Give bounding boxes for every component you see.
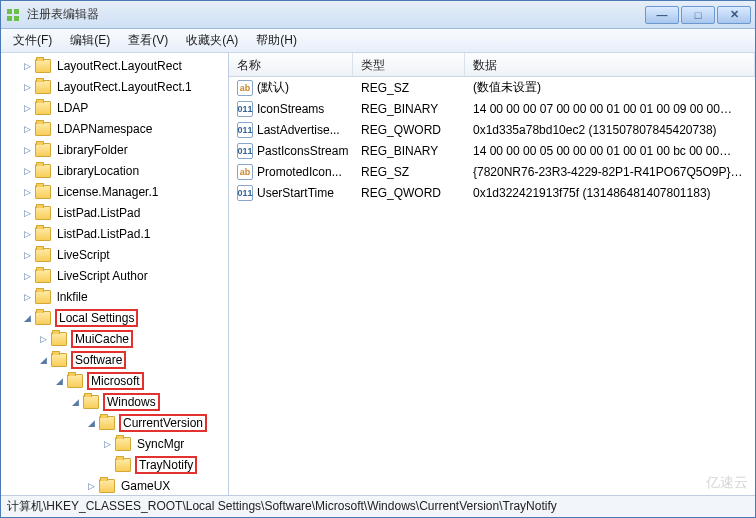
tree-row[interactable]: ▷LDAPNamespace — [1, 118, 228, 139]
status-path: 计算机\HKEY_CLASSES_ROOT\Local Settings\Sof… — [7, 498, 557, 515]
value-type: REG_SZ — [353, 81, 465, 95]
col-type-header[interactable]: 类型 — [353, 53, 465, 76]
expand-icon[interactable]: ▷ — [21, 81, 33, 93]
expand-icon[interactable]: ▷ — [21, 207, 33, 219]
close-button[interactable]: ✕ — [717, 6, 751, 24]
col-name-header[interactable]: 名称 — [229, 53, 353, 76]
title-bar[interactable]: 注册表编辑器 — □ ✕ — [1, 1, 755, 29]
tree-row[interactable]: ◢CurrentVersion — [1, 412, 228, 433]
folder-icon — [99, 479, 115, 493]
tree-label: LibraryFolder — [55, 143, 130, 157]
registry-editor-window: 注册表编辑器 — □ ✕ 文件(F)编辑(E)查看(V)收藏夹(A)帮助(H) … — [0, 0, 756, 518]
expand-icon[interactable] — [101, 459, 113, 471]
folder-icon — [35, 206, 51, 220]
tree-row[interactable]: ◢Software — [1, 349, 228, 370]
expand-icon[interactable]: ▷ — [21, 270, 33, 282]
menu-item[interactable]: 收藏夹(A) — [178, 30, 246, 51]
expand-icon[interactable]: ▷ — [37, 333, 49, 345]
tree-row[interactable]: ◢Microsoft — [1, 370, 228, 391]
binary-value-icon: 011 — [237, 101, 253, 117]
grid-row[interactable]: 011PastIconsStreamREG_BINARY14 00 00 00 … — [229, 140, 755, 161]
expand-icon[interactable]: ◢ — [85, 417, 97, 429]
folder-icon — [35, 269, 51, 283]
expand-icon[interactable]: ▷ — [101, 438, 113, 450]
expand-icon[interactable]: ▷ — [21, 144, 33, 156]
grid-row[interactable]: 011UserStartTimeREG_QWORD0x1d322421913f7… — [229, 182, 755, 203]
grid-row[interactable]: 011IconStreamsREG_BINARY14 00 00 00 07 0… — [229, 98, 755, 119]
tree-row[interactable]: ▷LayoutRect.LayoutRect — [1, 55, 228, 76]
tree-row[interactable]: ▷GameUX — [1, 475, 228, 495]
value-type: REG_BINARY — [353, 144, 465, 158]
tree-row[interactable]: ▷LibraryFolder — [1, 139, 228, 160]
value-name: (默认) — [257, 79, 289, 96]
expand-icon[interactable]: ▷ — [21, 60, 33, 72]
expand-icon[interactable]: ▷ — [21, 186, 33, 198]
expand-icon[interactable]: ▷ — [85, 480, 97, 492]
expand-icon[interactable]: ▷ — [21, 249, 33, 261]
col-data-header[interactable]: 数据 — [465, 53, 755, 76]
tree-row[interactable]: ▷License.Manager.1 — [1, 181, 228, 202]
expand-icon[interactable]: ◢ — [53, 375, 65, 387]
folder-icon — [67, 374, 83, 388]
svg-rect-1 — [14, 9, 19, 14]
binary-value-icon: 011 — [237, 143, 253, 159]
expand-icon[interactable]: ◢ — [21, 312, 33, 324]
expand-icon[interactable]: ▷ — [21, 102, 33, 114]
menu-item[interactable]: 查看(V) — [120, 30, 176, 51]
tree-label: LDAP — [55, 101, 90, 115]
menu-item[interactable]: 编辑(E) — [62, 30, 118, 51]
values-pane: 名称 类型 数据 ab(默认)REG_SZ(数值未设置)011IconStrea… — [229, 53, 755, 495]
expand-icon[interactable]: ▷ — [21, 291, 33, 303]
value-type: REG_SZ — [353, 165, 465, 179]
tree-row[interactable]: TrayNotify — [1, 454, 228, 475]
maximize-button[interactable]: □ — [681, 6, 715, 24]
expand-icon[interactable]: ▷ — [21, 228, 33, 240]
tree-row[interactable]: ◢Local Settings — [1, 307, 228, 328]
tree-row[interactable]: ◢Windows — [1, 391, 228, 412]
grid-row[interactable]: 011LastAdvertise...REG_QWORD0x1d335a78bd… — [229, 119, 755, 140]
main-body: ▷LayoutRect.LayoutRect▷LayoutRect.Layout… — [1, 53, 755, 495]
tree-row[interactable]: ▷LDAP — [1, 97, 228, 118]
menu-item[interactable]: 帮助(H) — [248, 30, 305, 51]
grid-header: 名称 类型 数据 — [229, 53, 755, 77]
folder-icon — [35, 248, 51, 262]
status-bar: 计算机\HKEY_CLASSES_ROOT\Local Settings\Sof… — [1, 495, 755, 517]
tree-row[interactable]: ▷LibraryLocation — [1, 160, 228, 181]
value-name: UserStartTime — [257, 186, 334, 200]
expand-icon[interactable]: ▷ — [21, 165, 33, 177]
tree-row[interactable]: ▷LayoutRect.LayoutRect.1 — [1, 76, 228, 97]
tree-label: CurrentVersion — [119, 414, 207, 432]
expand-icon[interactable]: ◢ — [37, 354, 49, 366]
tree-label: ListPad.ListPad.1 — [55, 227, 152, 241]
tree-pane[interactable]: ▷LayoutRect.LayoutRect▷LayoutRect.Layout… — [1, 53, 229, 495]
value-data: {7820NR76-23R3-4229-82P1-R41PO67Q5O9P}… — [465, 165, 755, 179]
app-icon — [5, 7, 21, 23]
tree-row[interactable]: ▷SyncMgr — [1, 433, 228, 454]
folder-icon — [35, 311, 51, 325]
string-value-icon: ab — [237, 164, 253, 180]
expand-icon[interactable]: ▷ — [21, 123, 33, 135]
value-data: 0x1d335a78bd10ec2 (131507807845420738) — [465, 123, 755, 137]
tree-row[interactable]: ▷MuiCache — [1, 328, 228, 349]
value-data: (数值未设置) — [465, 79, 755, 96]
tree-row[interactable]: ▷LiveScript Author — [1, 265, 228, 286]
string-value-icon: ab — [237, 80, 253, 96]
svg-rect-2 — [7, 16, 12, 21]
grid-row[interactable]: ab(默认)REG_SZ(数值未设置) — [229, 77, 755, 98]
folder-icon — [83, 395, 99, 409]
tree-row[interactable]: ▷LiveScript — [1, 244, 228, 265]
grid-row[interactable]: abPromotedIcon...REG_SZ{7820NR76-23R3-42… — [229, 161, 755, 182]
tree-label: LDAPNamespace — [55, 122, 154, 136]
tree-label: GameUX — [119, 479, 172, 493]
value-type: REG_BINARY — [353, 102, 465, 116]
expand-icon[interactable]: ◢ — [69, 396, 81, 408]
tree-row[interactable]: ▷lnkfile — [1, 286, 228, 307]
tree-row[interactable]: ▷ListPad.ListPad.1 — [1, 223, 228, 244]
tree-label: Software — [71, 351, 126, 369]
value-data: 0x1d322421913f75f (131486481407801183) — [465, 186, 755, 200]
binary-value-icon: 011 — [237, 122, 253, 138]
window-title: 注册表编辑器 — [27, 6, 645, 23]
menu-item[interactable]: 文件(F) — [5, 30, 60, 51]
minimize-button[interactable]: — — [645, 6, 679, 24]
tree-row[interactable]: ▷ListPad.ListPad — [1, 202, 228, 223]
